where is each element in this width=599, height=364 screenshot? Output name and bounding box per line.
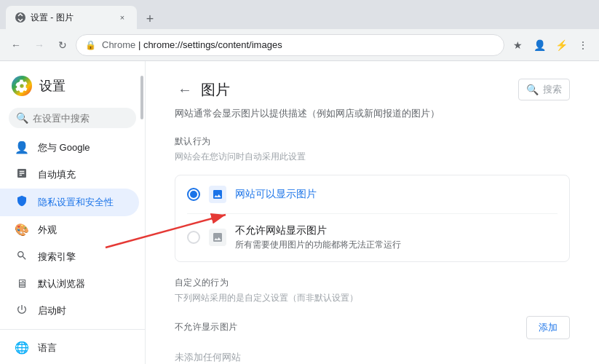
autofill-icon: [15, 167, 29, 182]
empty-sites-text: 未添加任何网站: [175, 345, 570, 365]
startup-icon: [15, 304, 29, 318]
default-browser-icon: 🖥: [15, 277, 29, 290]
tab-bar: 设置 - 图片 × +: [0, 0, 599, 29]
new-tab-button[interactable]: +: [140, 9, 160, 29]
sidebar-item-browser[interactable]: 🖥 默认浏览器: [0, 271, 139, 297]
sidebar-search[interactable]: 🔍: [9, 108, 136, 128]
allow-images-title: 网站可以显示图片: [235, 188, 558, 201]
default-behavior-label: 默认行为: [175, 135, 570, 148]
settings-search-box[interactable]: 🔍 搜索: [518, 79, 570, 100]
settings-search-icon: 🔍: [526, 84, 539, 95]
block-images-icon: [209, 229, 226, 246]
sidebar-label-privacy: 隐私设置和安全性: [38, 196, 114, 209]
sidebar-item-privacy[interactable]: 隐私设置和安全性: [0, 189, 139, 216]
menu-button[interactable]: ⋮: [573, 35, 593, 55]
profile-button[interactable]: 👤: [529, 35, 550, 55]
active-tab[interactable]: 设置 - 图片 ×: [6, 6, 137, 29]
tab-favicon: [15, 12, 26, 23]
custom-behavior-sublabel: 下列网站采用的是自定义设置（而非默认设置）: [175, 292, 570, 304]
sidebar-label-language: 语言: [38, 341, 57, 355]
add-button[interactable]: 添加: [526, 316, 570, 339]
page-description: 网站通常会显示图片以提供描述（例如网店或新闻报道的图片）: [175, 106, 570, 121]
sidebar-search-icon: 🔍: [16, 112, 28, 124]
block-section-label: 不允许显示图片: [175, 321, 237, 333]
browser-window: 设置 - 图片 × + ← → ↻ 🔒 Chrome | chrome://se…: [0, 0, 599, 364]
settings-inner: ← 图片 🔍 搜索 网站通常会显示图片以提供描述（例如网店或新闻报道的图片） 默…: [146, 61, 599, 364]
sidebar-item-appearance[interactable]: 🎨 外观: [0, 216, 139, 243]
sidebar-item-downloads[interactable]: 下载内容: [0, 361, 139, 364]
page-title: 图片: [201, 80, 230, 100]
radio-options-container: 网站可以显示图片 不允许网站显示图片 所有需要使用图片的功能都将无法正常运行: [175, 175, 570, 262]
sidebar-header: 设置: [0, 67, 145, 105]
address-bar[interactable]: 🔒 Chrome | chrome://settings/content/ima…: [76, 34, 504, 56]
radio-option-block[interactable]: 不允许网站显示图片 所有需要使用图片的功能都将无法正常运行: [187, 214, 558, 261]
settings-content: ← 图片 🔍 搜索 网站通常会显示图片以提供描述（例如网店或新闻报道的图片） 默…: [146, 61, 599, 364]
block-section-header: 不允许显示图片 添加: [175, 316, 570, 339]
search-engine-icon: [15, 250, 29, 264]
allow-images-icon: [209, 186, 226, 203]
bookmarks-button[interactable]: ★: [507, 35, 528, 55]
page-header: ← 图片 🔍 搜索: [175, 79, 570, 100]
sidebar-label-search: 搜索引擎: [38, 250, 76, 264]
address-text: Chrome | chrome://settings/content/image…: [102, 39, 495, 50]
sidebar-label-autofill: 自动填充: [38, 168, 76, 181]
block-images-content: 不允许网站显示图片 所有需要使用图片的功能都将无法正常运行: [235, 224, 558, 251]
page-header-left: ← 图片: [175, 79, 230, 100]
sidebar-label-startup: 启动时: [38, 304, 66, 317]
sidebar-label-browser: 默认浏览器: [38, 277, 85, 290]
radio-option-allow[interactable]: 网站可以显示图片: [187, 175, 558, 214]
settings-logo: [12, 76, 32, 96]
radio-block-button[interactable]: [187, 231, 200, 244]
scroll-indicator: [140, 76, 143, 119]
custom-behavior-label: 自定义的行为: [175, 277, 570, 289]
sidebar-item-google[interactable]: 👤 您与 Google: [0, 134, 139, 161]
settings-search-text: 搜索: [543, 83, 562, 96]
chrome-label: Chrome: [102, 39, 135, 50]
page-back-button[interactable]: ←: [175, 79, 195, 100]
lock-icon: 🔒: [85, 40, 96, 50]
allow-images-content: 网站可以显示图片: [235, 188, 558, 201]
default-behavior-sublabel: 网站会在您访问时自动采用此设置: [175, 151, 570, 163]
sidebar: 设置 🔍 👤 您与 Google 自动填充 隐私设置和安全性: [0, 61, 146, 364]
sidebar-item-language[interactable]: 🌐 语言: [0, 334, 139, 361]
sidebar-label-appearance: 外观: [38, 223, 57, 237]
reload-button[interactable]: ↻: [52, 35, 73, 55]
tab-close-button[interactable]: ×: [116, 12, 128, 23]
language-icon: 🌐: [15, 341, 29, 355]
sidebar-item-search[interactable]: 搜索引擎: [0, 243, 139, 271]
custom-section: 自定义的行为 下列网站采用的是自定义设置（而非默认设置） 不允许显示图片 添加 …: [175, 277, 570, 365]
radio-allow-button[interactable]: [187, 188, 200, 201]
sidebar-label-google: 您与 Google: [38, 141, 90, 154]
address-separator: |: [138, 39, 143, 50]
tab-title: 设置 - 图片: [31, 12, 112, 24]
appearance-icon: 🎨: [15, 223, 29, 237]
address-path: chrome://settings/content/images: [143, 39, 282, 50]
sidebar-item-autofill[interactable]: 自动填充: [0, 161, 139, 189]
sidebar-title: 设置: [39, 77, 66, 95]
forward-button[interactable]: →: [29, 35, 49, 55]
sidebar-divider: [0, 329, 145, 330]
navigation-bar: ← → ↻ 🔒 Chrome | chrome://settings/conte…: [0, 29, 599, 61]
privacy-icon: [15, 195, 29, 210]
nav-extra-buttons: ★ 👤 ⚡ ⋮: [507, 35, 593, 55]
block-images-desc: 所有需要使用图片的功能都将无法正常运行: [235, 239, 558, 251]
sidebar-item-startup[interactable]: 启动时: [0, 297, 139, 325]
back-button[interactable]: ←: [6, 35, 26, 55]
user-icon: 👤: [15, 141, 29, 154]
block-images-title: 不允许网站显示图片: [235, 224, 558, 237]
extensions-button[interactable]: ⚡: [551, 35, 571, 55]
browser-content: 设置 🔍 👤 您与 Google 自动填充 隐私设置和安全性: [0, 61, 599, 364]
sidebar-search-input[interactable]: [33, 113, 146, 124]
